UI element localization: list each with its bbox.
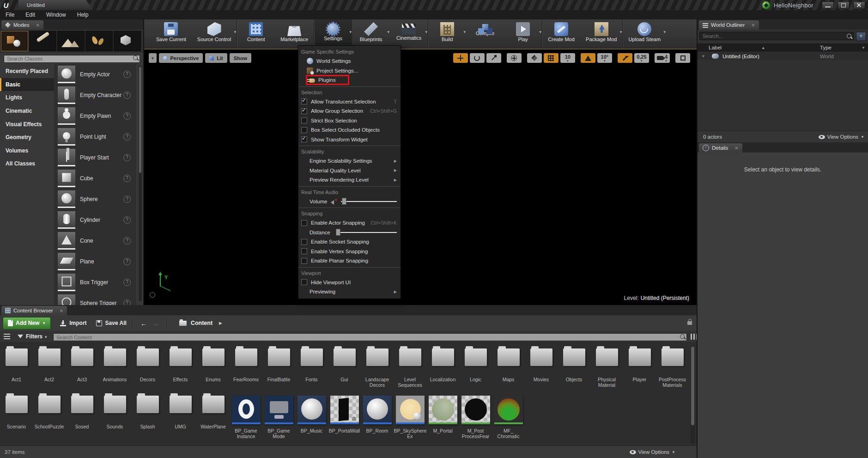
class-item-cube[interactable]: Cube ? bbox=[54, 168, 136, 189]
class-thumbnail[interactable] bbox=[58, 86, 75, 104]
help-icon[interactable]: ? bbox=[123, 154, 131, 161]
rotation-snapping-button[interactable] bbox=[581, 53, 595, 63]
column-label[interactable]: Label bbox=[709, 45, 722, 50]
add-new-button[interactable]: Add New ▼ bbox=[3, 317, 51, 330]
menu-item-preview-rendering-level[interactable]: Preview Rendering Level bbox=[298, 175, 401, 185]
grid-snap-value-button[interactable]: 10 bbox=[560, 53, 575, 63]
create-mod-button[interactable]: Create Mod bbox=[542, 19, 580, 48]
outliner-column-header[interactable]: Label ▲ Type ▼ bbox=[698, 43, 868, 52]
dropdown-arrow-icon[interactable] bbox=[388, 30, 390, 34]
outliner-row[interactable]: ▼ Untitled (Editor) World bbox=[698, 52, 868, 60]
tab-details[interactable]: i Details ✕ bbox=[699, 143, 742, 153]
help-icon[interactable]: ? bbox=[123, 299, 131, 305]
close-tab-icon[interactable]: ✕ bbox=[734, 146, 738, 151]
category-cinematic[interactable]: Cinematic bbox=[0, 104, 54, 118]
folder-tile[interactable]: WaterPlane bbox=[197, 393, 230, 439]
viewport-options-button[interactable]: ▾ bbox=[149, 53, 157, 63]
class-item-sphere-trigger[interactable]: Sphere Trigger ? bbox=[54, 293, 136, 305]
grid-snapping-button[interactable] bbox=[544, 53, 558, 63]
asset-tile[interactable]: BP_Music bbox=[295, 393, 328, 439]
search-classes-input[interactable] bbox=[4, 55, 140, 63]
folder-tile[interactable]: PostProcess Materials bbox=[656, 346, 689, 392]
checkbox-checked-icon[interactable] bbox=[301, 136, 307, 142]
folder-tile[interactable]: Physical Material bbox=[590, 346, 623, 392]
class-thumbnail[interactable] bbox=[58, 149, 75, 166]
asset-tile[interactable]: BP_Game Instance bbox=[230, 393, 262, 439]
folder-tile[interactable]: Level Sequences bbox=[394, 346, 426, 392]
class-thumbnail[interactable] bbox=[58, 294, 75, 305]
close-tab-icon[interactable]: ✕ bbox=[751, 23, 755, 28]
folder-tile[interactable]: Act1 bbox=[0, 346, 33, 392]
camera-speed-button[interactable]: 4 bbox=[655, 53, 670, 63]
folder-tile[interactable]: SchoolPuzzle bbox=[33, 393, 66, 439]
category-all-classes[interactable]: All Classes bbox=[0, 157, 54, 171]
surface-snapping-button[interactable] bbox=[527, 53, 542, 63]
asset-tile[interactable]: MF_ Chromatic bbox=[492, 393, 525, 439]
asset-tile[interactable]: BP_PortalWall bbox=[328, 393, 361, 439]
menu-item-enable-vertex-snapping[interactable]: Enable Vertex Snapping bbox=[298, 247, 401, 256]
sources-panel-toggle-icon[interactable] bbox=[4, 334, 10, 339]
play-button[interactable]: Play bbox=[504, 19, 542, 48]
level-viewport[interactable]: ▾ Perspective Lit Show 10 10° 0, bbox=[144, 49, 697, 305]
class-thumbnail[interactable] bbox=[58, 66, 75, 83]
folder-tile[interactable]: Splash bbox=[131, 393, 164, 439]
menu-item-enable-actor-snapping[interactable]: Enable Actor Snapping Ctrl+Shift+K bbox=[298, 218, 401, 228]
folder-tile[interactable]: Player bbox=[623, 346, 656, 392]
menu-item-show-transform-widget[interactable]: Show Transform Widget bbox=[298, 135, 401, 145]
source-control-button[interactable]: Source Control bbox=[192, 19, 237, 48]
perspective-button[interactable]: Perspective bbox=[159, 53, 203, 63]
distance-slider-handle[interactable] bbox=[336, 229, 340, 236]
forward-button[interactable]: → bbox=[150, 319, 161, 327]
dropdown-arrow-icon[interactable] bbox=[234, 30, 237, 34]
menubar-window[interactable]: Window bbox=[41, 10, 72, 19]
tab-modes[interactable]: Modes ✕ bbox=[1, 20, 43, 30]
cinematics-button[interactable]: Cinematics bbox=[390, 19, 428, 48]
checkbox-unchecked-icon[interactable] bbox=[301, 258, 307, 264]
restore-button[interactable] bbox=[838, 1, 850, 9]
menu-item-previewing[interactable]: Previewing bbox=[298, 287, 401, 297]
tab-world-outliner[interactable]: World Outliner ✕ bbox=[699, 20, 759, 30]
outliner-view-options-button[interactable]: View Options ▼ bbox=[819, 134, 864, 140]
lit-mode-button[interactable]: Lit bbox=[205, 53, 227, 63]
class-thumbnail[interactable] bbox=[58, 128, 75, 146]
menu-item-allow-translucent-selection[interactable]: Allow Translucent Selection T bbox=[298, 97, 401, 107]
help-icon[interactable]: ? bbox=[123, 92, 131, 99]
dropdown-arrow-icon[interactable] bbox=[350, 30, 352, 34]
search-content-input[interactable] bbox=[53, 333, 687, 341]
minimize-button[interactable] bbox=[822, 1, 834, 9]
world-local-toggle-button[interactable] bbox=[507, 53, 522, 63]
folder-tile[interactable]: Gui bbox=[328, 346, 361, 392]
menu-item-plugins[interactable]: Plugins bbox=[298, 75, 401, 85]
asset-tile[interactable]: BP_SkySphere Ex bbox=[394, 393, 426, 439]
asset-tile[interactable]: M_Post ProcessFear bbox=[459, 393, 492, 439]
upload-steam-button[interactable]: Upload Steam bbox=[622, 19, 666, 48]
class-item-box-trigger[interactable]: Box Trigger ? bbox=[54, 272, 136, 293]
modes-scrollbar[interactable] bbox=[139, 66, 142, 301]
dropdown-arrow-icon[interactable] bbox=[540, 30, 542, 34]
column-type[interactable]: Type bbox=[820, 45, 832, 50]
folder-tile[interactable]: Animations bbox=[98, 346, 131, 392]
checkbox-unchecked-icon[interactable] bbox=[301, 127, 307, 133]
checkbox-checked-icon[interactable] bbox=[301, 108, 307, 114]
folder-tile[interactable]: Fonts bbox=[295, 346, 328, 392]
help-icon[interactable]: ? bbox=[123, 175, 131, 182]
blueprints-button[interactable]: Blueprints bbox=[352, 19, 390, 48]
menu-item-box-select-occluded-objects[interactable]: Box Select Occluded Objects bbox=[298, 125, 401, 135]
help-icon[interactable]: ? bbox=[123, 237, 131, 244]
mode-place-button[interactable] bbox=[1, 31, 28, 51]
checkbox-unchecked-icon[interactable] bbox=[301, 279, 307, 285]
add-filter-button[interactable]: + bbox=[856, 32, 866, 41]
save-current-button[interactable]: Save Current bbox=[151, 19, 192, 48]
category-volumes[interactable]: Volumes bbox=[0, 144, 54, 158]
volume-slider[interactable] bbox=[341, 201, 397, 202]
folder-tile[interactable]: UMG bbox=[164, 393, 197, 439]
dropdown-arrow-icon[interactable] bbox=[464, 30, 466, 34]
checkbox-unchecked-icon[interactable] bbox=[301, 239, 307, 245]
folder-tile[interactable]: Sosed bbox=[66, 393, 98, 439]
category-lights[interactable]: Lights bbox=[0, 91, 54, 104]
class-item-sphere[interactable]: Sphere ? bbox=[54, 189, 136, 209]
class-thumbnail[interactable] bbox=[58, 107, 75, 125]
category-visual-effects[interactable]: Visual Effects bbox=[0, 117, 54, 131]
help-icon[interactable]: ? bbox=[123, 133, 131, 140]
class-item-cylinder[interactable]: Cylinder ? bbox=[54, 209, 136, 230]
